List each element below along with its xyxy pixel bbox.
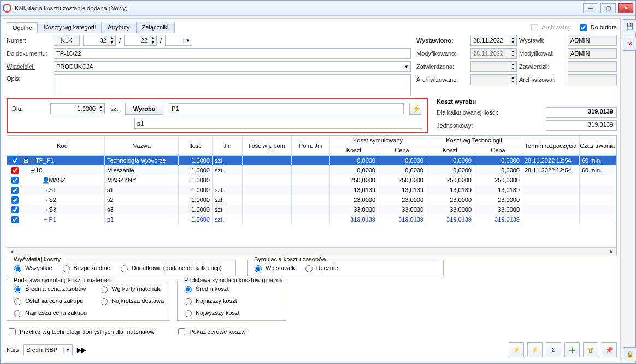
table-row[interactable]: → S1s11,0000szt.13,013913,013913,013913,… — [7, 185, 616, 195]
tab-atrybuty[interactable]: Atrybuty — [102, 22, 136, 33]
archival-check[interactable]: Archiwalny — [529, 22, 571, 33]
radio-wszystkie[interactable]: Wszystkie — [11, 264, 52, 272]
th-kt[interactable]: Koszt — [426, 145, 474, 155]
data-table: Kod Nazwa Ilość Jm Ilość w j. pom Pom. J… — [7, 135, 617, 255]
table-row[interactable]: → S3s31,0000szt.33,000033,000033,000033,… — [7, 205, 616, 214]
th-kod[interactable]: Kod — [20, 136, 105, 155]
label-zatwierdzil: Zatwierdził: — [519, 63, 566, 70]
koszt-row1-label: Dla kalkulowanej ilości: — [437, 109, 498, 116]
radio-ostatnia-cena[interactable]: Ostatnia cena zakupu — [11, 296, 87, 305]
radio-bezposrednie[interactable]: Bezpośrednie — [60, 264, 110, 272]
label-numer: Numer: — [7, 37, 50, 44]
check-pokaz-zerowe[interactable]: Pokaż zerowe koszty — [176, 326, 245, 337]
opis-textarea[interactable] — [54, 74, 411, 96]
th-pom-jm[interactable]: Pom. Jm — [292, 136, 330, 155]
koszt-row2-val: 319,0139 — [546, 120, 617, 131]
th-ct[interactable]: Cena — [474, 145, 522, 155]
mid-wrap: Dla: 1,0000▲▼ szt. Wyrobu P1 ⚡ p1 Koszt … — [7, 98, 617, 133]
table-row[interactable]: → S2s21,0000szt.23,000023,000023,000023,… — [7, 195, 616, 205]
body: Ogólne Koszty wg kategorii Atrybuty Załą… — [1, 16, 635, 363]
tobuffer-check[interactable]: Do bufora — [578, 22, 617, 33]
product-input[interactable]: P1 — [169, 103, 404, 114]
numer-a[interactable]: 32▲▼ — [83, 35, 116, 46]
radio-wg-karty[interactable]: Wg karty materiału — [98, 284, 164, 293]
th-nazwa[interactable]: Nazwa — [105, 136, 179, 155]
table-row[interactable]: ⊟◌ TP_P1Technologia wytworze1,0000szt.0,… — [7, 156, 616, 165]
radio-najnizszy-koszt[interactable]: Najniższy koszt — [182, 296, 237, 305]
label-archiwizowal: Archiwizował: — [519, 76, 566, 83]
bolt-button[interactable]: ⚡ — [409, 103, 422, 115]
product-desc-input[interactable]: p1 — [134, 118, 422, 129]
archiwizowal-val — [568, 74, 617, 85]
radio-najwyzszy-koszt[interactable]: Najwyższy koszt — [182, 308, 240, 317]
label-wlasciciel[interactable]: Właściciel: — [7, 63, 50, 70]
bolt-yellow-button[interactable]: ⚡ — [509, 342, 524, 357]
maximize-button[interactable]: ▢ — [600, 3, 616, 13]
wystawil-val: ADMIN — [568, 35, 617, 46]
koszt-wyrobu-title: Koszt wyrobu — [437, 98, 617, 105]
radio-najnizsza-cena[interactable]: Najniższa cena zakupu — [11, 308, 87, 317]
do-dokumentu-input[interactable]: TP-18/22 — [54, 48, 411, 59]
table-scrollbar[interactable]: ◄► — [7, 247, 616, 255]
wlasciciel-select[interactable]: PRODUKCJA▼ — [54, 61, 411, 72]
fieldset-wyswietlaj: Wyświetlaj koszty Wszystkie Bezpośrednie… — [7, 260, 236, 276]
lock-icon-button[interactable]: 🔒 — [623, 347, 636, 361]
dla-section: Dla: 1,0000▲▼ szt. Wyrobu P1 ⚡ p1 — [7, 98, 428, 133]
radio-wg-stawek[interactable]: Wg stawek — [252, 264, 295, 272]
th-koszt-tech[interactable]: Koszt wg Technologii — [426, 136, 522, 145]
save-icon-button[interactable]: 💾 — [623, 19, 636, 33]
th-ks[interactable]: Koszt — [330, 145, 378, 155]
add-button[interactable]: ＋ — [564, 342, 580, 357]
zatwierdzil-val — [568, 61, 617, 72]
cancel-icon-button[interactable]: ✕ — [623, 37, 636, 51]
th-ilosc[interactable]: Ilość — [179, 136, 213, 155]
label-do-dokumentu: Do dokumentu: — [7, 50, 50, 57]
radio-dodatkowe[interactable]: Dodatkowe (dodane do kalkulacji) — [118, 264, 222, 272]
close-button[interactable]: ✕ — [618, 3, 633, 13]
label-wystawil: Wystawił: — [519, 37, 566, 44]
titlebar: Kalkulacja kosztu zostanie dodana (Nowy)… — [1, 1, 635, 16]
radio-srednia-cena[interactable]: Średnia cena zasobów — [11, 284, 87, 293]
legend-podstawa-mat: Podstawa symulacji kosztu materiału — [11, 277, 114, 283]
sigma-button[interactable]: Σ — [546, 342, 561, 357]
table-row[interactable]: ⊟ 10Mieszanie1,0000szt.0,00000,00000,000… — [7, 165, 616, 175]
th-termin[interactable]: Termin rozpoczęcia — [522, 136, 580, 155]
pin-button[interactable]: 📌 — [602, 342, 617, 357]
dla-qty[interactable]: 1,0000▲▼ — [50, 103, 105, 114]
th-cs[interactable]: Cena — [378, 145, 426, 155]
tobuffer-label: Do bufora — [591, 24, 617, 31]
table-row[interactable]: 👤 MASZMASZYNY1,0000250,0000250,0000250,0… — [7, 175, 616, 185]
tab-zalaczniki[interactable]: Załączniki — [136, 22, 175, 33]
table-header: Kod Nazwa Ilość Jm Ilość w j. pom Pom. J… — [7, 136, 616, 156]
minimize-button[interactable]: — — [583, 3, 598, 13]
delete-button[interactable]: 🗑 — [583, 342, 598, 357]
th-jm[interactable]: Jm — [213, 136, 243, 155]
right-meta: Wystawiono: 28.11.2022▲▼ Wystawił: ADMIN… — [416, 35, 617, 96]
zatwierdzono-date: ▲▼ — [470, 61, 517, 72]
tab-koszty[interactable]: Koszty wg kategorii — [38, 22, 102, 33]
kurs-next-button[interactable]: ▶▶ — [77, 347, 86, 354]
numer-b[interactable]: 22▲▼ — [124, 35, 157, 46]
upper-wrap: Numer: KLK 32▲▼ / 22▲▼ / ▼ Do dokumentu:… — [7, 35, 617, 96]
th-koszt-sym[interactable]: Koszt symulowany — [330, 136, 426, 145]
th-czas[interactable]: Czas trwania — [580, 136, 615, 155]
kurs-select[interactable]: Średni NBP▼ — [23, 344, 73, 355]
check-przelicz[interactable]: Przelicz wg technologii domyślnych dla m… — [7, 326, 154, 337]
legend-podstawa-gniazda: Podstawa symulacji kosztów gniazda — [182, 277, 285, 283]
th-ilosc-pom[interactable]: Ilość w j. pom — [243, 136, 292, 155]
wyrobu-button[interactable]: Wyrobu — [125, 103, 163, 115]
table-body[interactable]: ⊟◌ TP_P1Technologia wytworze1,0000szt.0,… — [7, 156, 616, 247]
numer-suffix-select[interactable]: ▼ — [165, 35, 192, 46]
bottom-controls: Przelicz wg technologii domyślnych dla m… — [7, 326, 617, 337]
radio-recznie[interactable]: Ręcznie — [303, 264, 338, 272]
bottom-bar: Kurs Średni NBP▼ ▶▶ ⚡ ⚡ Σ ＋ 🗑 📌 — [7, 342, 617, 357]
left-form: Numer: KLK 32▲▼ / 22▲▼ / ▼ Do dokumentu:… — [7, 35, 411, 96]
wystawiono-date[interactable]: 28.11.2022▲▼ — [470, 35, 517, 46]
radio-najkrotsza[interactable]: Najkrótsza dostawa — [98, 296, 164, 305]
table-row[interactable]: ← P1p11,0000szt.319,0139319,0139319,0139… — [7, 214, 616, 224]
legend-symulacja: Symulacja kosztu zasobów — [252, 256, 328, 262]
radio-sredni-koszt[interactable]: Średni koszt — [182, 284, 229, 293]
window: Kalkulacja kosztu zostanie dodana (Nowy)… — [0, 0, 636, 364]
tab-general[interactable]: Ogólne — [7, 22, 38, 33]
bolt-green-button[interactable]: ⚡ — [527, 342, 543, 357]
